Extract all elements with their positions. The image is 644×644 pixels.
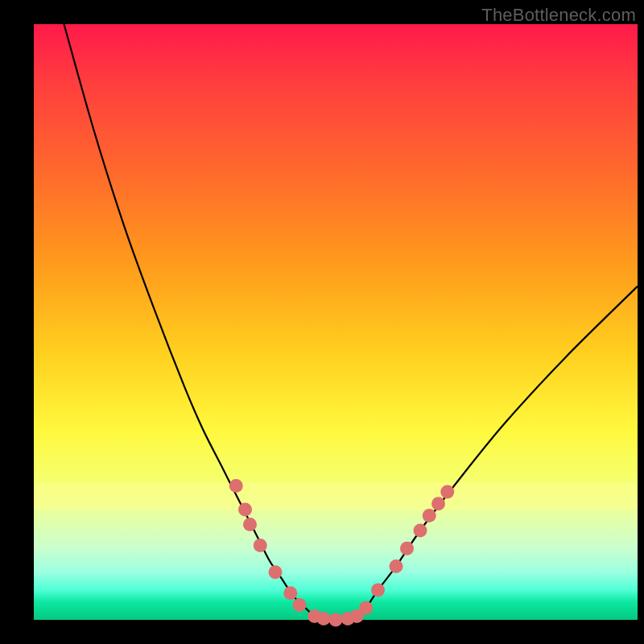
plot-area: [34, 24, 638, 620]
v-curve: [64, 24, 638, 621]
curve-paths: [64, 24, 638, 621]
data-marker: [329, 613, 343, 627]
curve-markers: [229, 479, 455, 627]
data-marker: [243, 518, 257, 531]
chart-frame: TheBottleneck.com: [0, 0, 644, 644]
bottleneck-curve: [34, 24, 638, 620]
data-marker: [317, 612, 331, 625]
data-marker: [269, 565, 283, 579]
data-marker: [371, 584, 385, 597]
data-marker: [414, 524, 427, 538]
data-marker: [423, 509, 436, 522]
data-marker: [283, 586, 297, 600]
data-marker: [431, 497, 445, 510]
data-marker: [254, 539, 267, 552]
data-marker: [238, 503, 252, 517]
data-marker: [400, 542, 414, 555]
data-marker: [440, 485, 454, 498]
data-marker: [390, 559, 403, 573]
watermark-text: TheBottleneck.com: [481, 5, 636, 26]
data-marker: [359, 601, 373, 615]
data-marker: [293, 598, 307, 612]
data-marker: [229, 479, 243, 493]
